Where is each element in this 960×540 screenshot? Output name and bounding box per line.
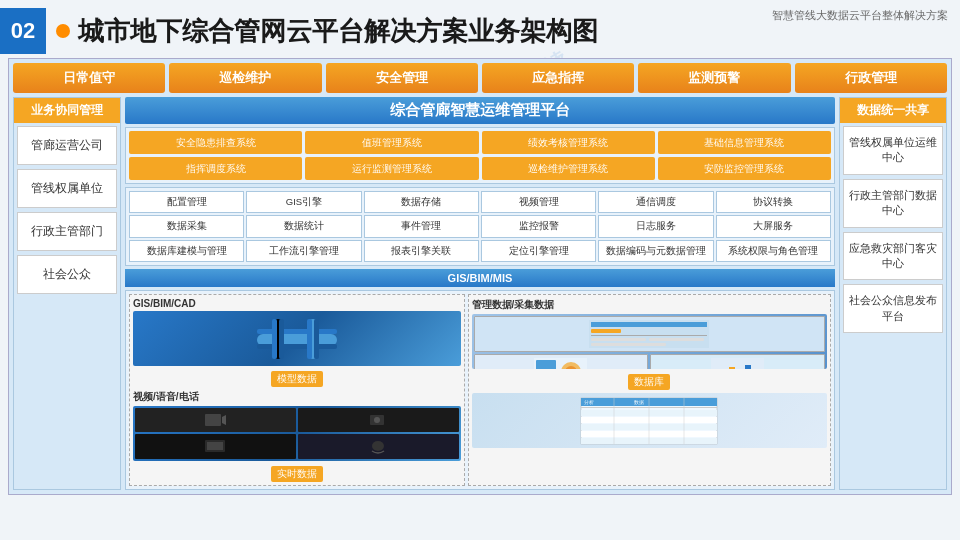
middle-section: 业务协同管理 管廊运营公司 管线权属单位 行政主管部门 社会公众 综合管廊智慧运… [13, 97, 947, 490]
func-item-11: 日志服务 [598, 215, 713, 237]
func-item-15: 报表引擎关联 [364, 240, 479, 262]
center-panel: 综合管廊智慧运维管理平台 安全隐患排查系统 值班管理系统 绩效考核管理系统 基础… [125, 97, 835, 490]
realtime-label: 实时数据 [271, 466, 323, 482]
svg-rect-30 [729, 367, 735, 369]
svg-rect-8 [314, 319, 319, 359]
func-item-1: 配置管理 [129, 191, 244, 213]
svg-rect-7 [307, 319, 312, 359]
func-item-3: 数据存储 [364, 191, 479, 213]
sys-item-4: 基础信息管理系统 [658, 131, 831, 154]
svg-marker-10 [222, 414, 226, 426]
func-item-9: 事件管理 [364, 215, 479, 237]
system-grid: 安全隐患排查系统 值班管理系统 绩效考核管理系统 基础信息管理系统 指挥调度系统… [125, 127, 835, 184]
page-title: 城市地下综合管网云平台解决方案业务架构图 [78, 14, 598, 49]
sys-item-8: 安防监控管理系统 [658, 157, 831, 180]
func-item-4: 视频管理 [481, 191, 596, 213]
section-number: 02 [0, 8, 46, 54]
main-content: 日常值守 巡检维护 安全管理 应急指挥 监测预警 行政管理 业务协同管理 管廊运… [8, 58, 952, 495]
svg-rect-14 [207, 442, 223, 450]
func-item-2: GIS引擎 [246, 191, 361, 213]
svg-rect-5 [279, 319, 284, 359]
svg-rect-32 [745, 365, 751, 369]
sys-item-3: 绩效考核管理系统 [482, 131, 655, 154]
gis-bar: GIS/BIM/MIS [125, 269, 835, 287]
func-item-16: 定位引擎管理 [481, 240, 596, 262]
nav-item-3[interactable]: 安全管理 [326, 63, 478, 93]
func-item-17: 数据编码与元数据管理 [598, 240, 713, 262]
svg-rect-4 [272, 319, 277, 359]
svg-rect-18 [591, 329, 621, 333]
header-dot [56, 24, 70, 38]
svg-text:分析: 分析 [584, 399, 594, 405]
nav-item-6[interactable]: 行政管理 [795, 63, 947, 93]
sys-item-1: 安全隐患排查系统 [129, 131, 302, 154]
nav-item-2[interactable]: 巡检维护 [169, 63, 321, 93]
func-item-18: 系统权限与角色管理 [716, 240, 831, 262]
left-item-4: 社会公众 [17, 255, 117, 294]
svg-rect-19 [591, 335, 707, 336]
svg-rect-20 [591, 338, 646, 341]
func-item-13: 数据库建模与管理 [129, 240, 244, 262]
center-header: 综合管廊智慧运维管理平台 [125, 97, 835, 124]
func-item-7: 数据采集 [129, 215, 244, 237]
svg-rect-2 [257, 344, 337, 349]
top-label: 智慧管线大数据云平台整体解决方案 [772, 8, 948, 23]
left-item-1: 管廊运营公司 [17, 126, 117, 165]
svg-rect-27 [711, 358, 764, 369]
func-item-10: 监控报警 [481, 215, 596, 237]
model-data-label: 模型数据 [271, 371, 323, 387]
svg-rect-9 [205, 414, 221, 426]
camera-thumbnail [133, 406, 461, 461]
pipe-thumbnail [133, 311, 461, 366]
right-item-2: 行政主管部门数据中心 [843, 179, 943, 228]
sys-item-7: 巡检维护管理系统 [482, 157, 655, 180]
video-phone-label: 视频/语音/电话 [133, 390, 461, 404]
screen-thumbnail [472, 314, 827, 369]
nav-item-4[interactable]: 应急指挥 [482, 63, 634, 93]
right-item-4: 社会公众信息发布平台 [843, 284, 943, 333]
database-label: 数据库 [628, 374, 670, 390]
svg-text:数据: 数据 [634, 399, 644, 405]
right-item-3: 应急救灾部门客灾中心 [843, 232, 943, 281]
gis-bim-cad-label: GIS/BIM/CAD [133, 298, 461, 309]
nav-item-5[interactable]: 监测预警 [638, 63, 790, 93]
left-panel-header: 业务协同管理 [14, 98, 120, 123]
func-item-8: 数据统计 [246, 215, 361, 237]
func-item-14: 工作流引擎管理 [246, 240, 361, 262]
svg-rect-17 [591, 322, 707, 327]
right-panel: 数据统一共享 管线权属单位运维中心 行政主管部门数据中心 应急救灾部门客灾中心 … [839, 97, 947, 490]
left-item-3: 行政主管部门 [17, 212, 117, 251]
func-item-6: 协议转换 [716, 191, 831, 213]
left-panel: 业务协同管理 管廊运营公司 管线权属单位 行政主管部门 社会公众 [13, 97, 121, 490]
svg-rect-21 [649, 338, 704, 341]
svg-rect-22 [591, 343, 666, 346]
nav-item-1[interactable]: 日常值守 [13, 63, 165, 93]
sys-item-5: 指挥调度系统 [129, 157, 302, 180]
bottom-right: 管理数据/采集数据 [468, 294, 831, 486]
db-thumbnail: 分析 数据 [472, 393, 827, 448]
right-panel-header: 数据统一共享 [840, 98, 946, 123]
function-grid: 配置管理 GIS引擎 数据存储 视频管理 通信调度 协议转换 数据采集 数据统计… [125, 187, 835, 266]
bottom-section: GIS/BIM/CAD [125, 290, 835, 490]
svg-point-12 [374, 417, 380, 423]
sys-item-6: 运行监测管理系统 [305, 157, 478, 180]
svg-rect-24 [536, 360, 556, 369]
right-item-1: 管线权属单位运维中心 [843, 126, 943, 175]
func-item-12: 大屏服务 [716, 215, 831, 237]
bottom-left: GIS/BIM/CAD [129, 294, 465, 486]
left-item-2: 管线权属单位 [17, 169, 117, 208]
svg-point-15 [372, 441, 384, 451]
sys-item-2: 值班管理系统 [305, 131, 478, 154]
func-item-5: 通信调度 [598, 191, 713, 213]
top-nav: 日常值守 巡检维护 安全管理 应急指挥 监测预警 行政管理 [13, 63, 947, 93]
svg-rect-1 [257, 329, 337, 334]
manage-data-label: 管理数据/采集数据 [472, 298, 827, 312]
